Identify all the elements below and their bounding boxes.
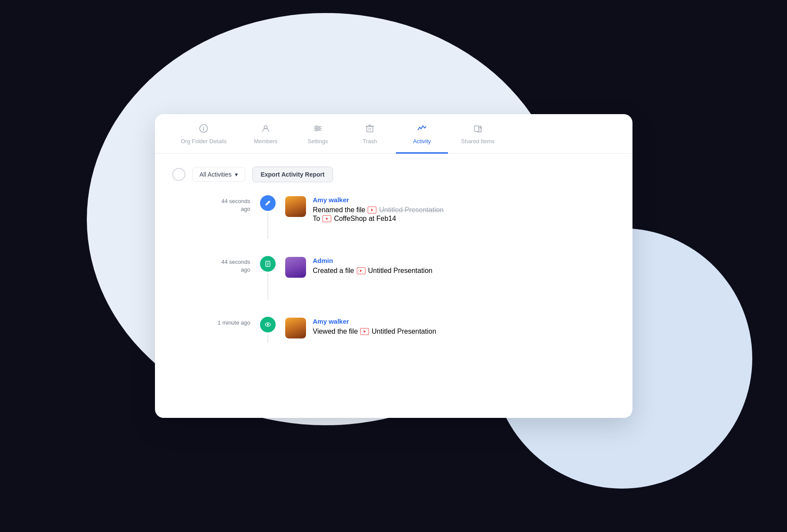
activity-text-block: Amy walker Viewed the file Untitled Pres… (313, 318, 615, 336)
timeline-edit-icon (260, 195, 276, 211)
filename: Untitled Presentation (372, 328, 436, 335)
shared-icon (473, 124, 483, 135)
tab-settings[interactable]: Settings (292, 114, 344, 154)
timeline-center (259, 195, 277, 239)
activity-text-block: Admin Created a file Untitled Presentati… (313, 257, 615, 276)
timeline-connector (267, 273, 268, 299)
filename: Untitled Presentation (368, 267, 433, 275)
activity-user-name: Amy walker (313, 196, 615, 204)
timeline-time-column: 44 secondsago (172, 195, 259, 213)
new-filename: CoffeShop at Feb14 (334, 215, 396, 223)
filter-label: All Activities (200, 171, 232, 178)
user-avatar (285, 196, 306, 217)
timeline-view-icon (260, 317, 276, 332)
tab-activity-label: Activity (413, 138, 431, 144)
svg-point-1 (203, 127, 204, 128)
activity-action-line2: To CoffeShop at Feb14 (313, 215, 615, 223)
all-activities-dropdown[interactable]: All Activities ▾ (192, 167, 246, 182)
filter-bar: All Activities ▾ Export Activity Report (172, 167, 615, 182)
timeline-top-dot (172, 168, 185, 181)
timeline-connector (267, 334, 268, 343)
tab-shared-items-label: Shared Items (461, 138, 494, 144)
action-text: Viewed the file (313, 328, 358, 335)
timeline-center (259, 317, 277, 343)
tab-members-label: Members (254, 138, 277, 144)
tab-settings-label: Settings (307, 138, 328, 144)
timeline-center (259, 256, 277, 299)
old-filename: Untitled Presentation (379, 206, 444, 214)
tab-org-folder-details-label: Org Folder Details (181, 138, 227, 144)
activity-item: 44 secondsago (172, 256, 615, 317)
activity-details-section: Amy walker Viewed the file Untitled Pres… (277, 317, 615, 338)
tab-trash-label: Trash (363, 138, 377, 144)
activity-timestamp: 44 secondsago (221, 197, 250, 213)
activity-user-name: Amy walker (313, 318, 615, 325)
activity-action-line1: Renamed the file Untitled Presentation (313, 206, 615, 214)
tab-bar: Org Folder Details Members (155, 114, 632, 154)
timeline-connector (267, 213, 268, 239)
svg-rect-10 (367, 126, 373, 132)
timeline-time-column: 1 minute ago (172, 317, 259, 327)
file-icon (368, 207, 376, 213)
timeline-create-icon (260, 256, 276, 272)
activity-item: 44 secondsago (172, 195, 615, 256)
svg-point-20 (267, 324, 269, 325)
svg-point-9 (316, 129, 317, 131)
svg-point-8 (318, 128, 320, 129)
tab-members[interactable]: Members (240, 114, 292, 154)
activity-content: All Activities ▾ Export Activity Report … (155, 154, 632, 365)
export-activity-button[interactable]: Export Activity Report (252, 167, 333, 182)
activity-text-block: Amy walker Renamed the file Untitled Pre… (313, 196, 615, 223)
user-avatar (285, 318, 306, 338)
members-icon (261, 124, 270, 135)
to-label: To (313, 215, 320, 223)
timeline-time-column: 44 secondsago (172, 256, 259, 274)
activity-user-name: Admin (313, 257, 615, 264)
file-icon-2 (323, 215, 331, 222)
activity-icon (417, 124, 427, 135)
info-icon (199, 124, 208, 135)
svg-point-7 (316, 126, 317, 128)
activity-action-line1: Viewed the file Untitled Presentation (313, 328, 615, 335)
settings-icon (313, 124, 323, 135)
activity-timestamp: 44 secondsago (221, 258, 250, 274)
activity-item: 1 minute ago (172, 317, 615, 351)
file-icon (360, 328, 369, 335)
tab-activity[interactable]: Activity (396, 114, 448, 154)
user-avatar (285, 257, 306, 278)
action-text: Renamed the file (313, 206, 366, 214)
activity-list: 44 secondsago (172, 195, 615, 351)
tab-shared-items[interactable]: Shared Items (448, 114, 507, 154)
activity-details-section: Admin Created a file Untitled Presentati… (277, 256, 615, 278)
activity-details-section: Amy walker Renamed the file Untitled Pre… (277, 195, 615, 223)
chevron-down-icon: ▾ (235, 171, 238, 178)
tab-trash[interactable]: Trash (344, 114, 396, 154)
file-icon (357, 267, 366, 274)
main-card: Org Folder Details Members (155, 114, 632, 418)
activity-timestamp: 1 minute ago (217, 319, 250, 327)
tab-org-folder-details[interactable]: Org Folder Details (168, 114, 240, 154)
activity-action-line1: Created a file Untitled Presentation (313, 267, 615, 275)
action-text: Created a file (313, 267, 354, 275)
trash-icon (365, 124, 375, 135)
svg-rect-14 (474, 126, 479, 131)
